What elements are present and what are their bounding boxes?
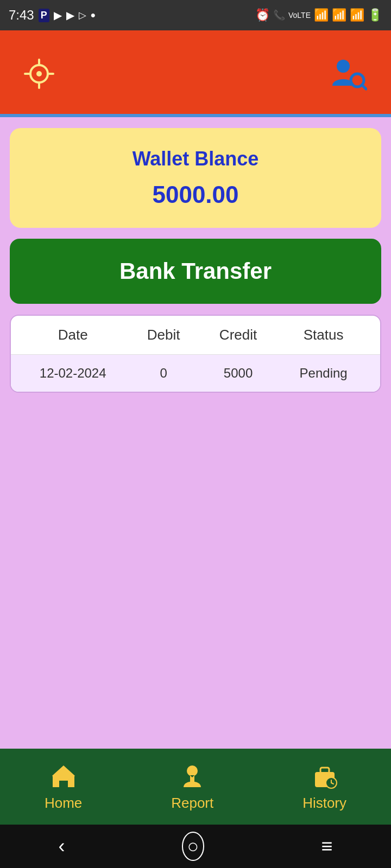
play-icon: ▷ (79, 9, 86, 21)
phone-icon: 📞 (273, 9, 285, 21)
bottom-nav: Home Report History (0, 749, 391, 825)
report-label: Report (171, 795, 213, 812)
svg-point-6 (337, 60, 350, 73)
status-bar: 7:43 P ▶ ▶ ▷ • ⏰ 📞 VoLTE 📶 📶 📶 🔋 (0, 0, 391, 30)
col-status: Status (275, 327, 371, 343)
back-button[interactable]: ‹ (59, 835, 65, 858)
cell-debit: 0 (126, 366, 200, 381)
wifi-icon: 📶 (314, 8, 329, 22)
battery-icon: 🔋 (368, 8, 382, 22)
cell-date: 12-02-2024 (20, 366, 126, 381)
dot-icon: • (91, 7, 96, 24)
bank-transfer-button[interactable]: Bank Transfer (10, 239, 381, 304)
svg-rect-9 (60, 781, 67, 787)
status-right: ⏰ 📞 VoLTE 📶 📶 📶 🔋 (255, 8, 382, 22)
home-label: Home (45, 795, 82, 812)
svg-line-8 (362, 85, 366, 89)
youtube-music-icon: ▶ (66, 9, 74, 22)
search-user-icon[interactable] (326, 52, 369, 95)
signal2-icon: 📶 (350, 8, 364, 22)
signal1-icon: 📶 (332, 8, 346, 22)
history-icon (311, 762, 339, 790)
nav-home[interactable]: Home (45, 762, 82, 812)
status-time: 7:43 (9, 8, 34, 23)
paytm-icon: P (39, 9, 49, 22)
cell-status: Pending (275, 366, 371, 381)
home-button[interactable]: ○ (182, 832, 205, 861)
history-label: History (302, 795, 346, 812)
menu-button[interactable]: ≡ (321, 835, 332, 858)
youtube-icon: ▶ (54, 9, 62, 22)
col-date: Date (20, 327, 126, 343)
report-icon (178, 762, 206, 790)
table-header: Date Debit Credit Status (11, 316, 380, 355)
home-icon (49, 762, 78, 790)
svg-point-10 (187, 765, 198, 776)
svg-point-1 (36, 71, 42, 76)
wallet-card: Wallet Blance 5000.00 (10, 128, 381, 228)
android-nav: ‹ ○ ≡ (0, 825, 391, 868)
wallet-amount: 5000.00 (21, 181, 370, 208)
svg-rect-14 (320, 768, 329, 773)
alarm-icon: ⏰ (255, 8, 270, 22)
transaction-table: Date Debit Credit Status 12-02-2024 0 50… (10, 315, 381, 393)
cell-credit: 5000 (201, 366, 275, 381)
location-icon[interactable] (22, 56, 56, 91)
nav-history[interactable]: History (302, 762, 346, 812)
nav-report[interactable]: Report (171, 762, 213, 812)
volte-icon: VoLTE (288, 11, 311, 20)
status-left: 7:43 P ▶ ▶ ▷ • (9, 7, 96, 24)
toolbar (0, 30, 391, 117)
wallet-label: Wallet Blance (21, 148, 370, 170)
main-content: Wallet Blance 5000.00 Bank Transfer Date… (0, 117, 391, 792)
table-row: 12-02-2024 0 5000 Pending (11, 355, 380, 392)
col-debit: Debit (126, 327, 200, 343)
col-credit: Credit (201, 327, 275, 343)
